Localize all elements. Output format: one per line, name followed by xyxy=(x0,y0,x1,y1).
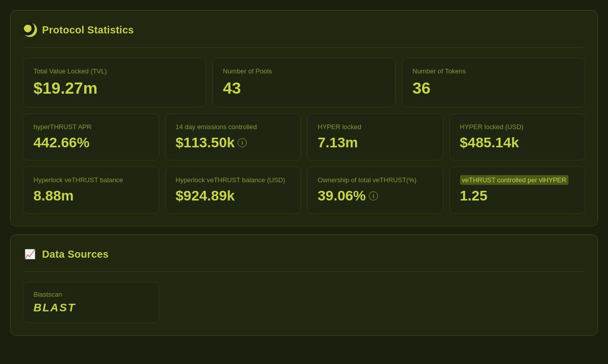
stat-label-pools: Number of Pools xyxy=(223,67,385,75)
stat-card-pools: Number of Pools 43 xyxy=(212,58,396,107)
stat-label-ownership: Ownership of total veTHRUST(%) xyxy=(318,176,433,184)
chart-icon: 📈 xyxy=(23,247,37,261)
stat-card-apr: hyperTHRUST APR 442.66% xyxy=(23,113,159,160)
data-sources-title: Data Sources xyxy=(42,249,108,260)
page-wrapper: Protocol Statistics Total Value Locked (… xyxy=(10,10,598,336)
stat-value-tvl: $19.27m xyxy=(33,79,196,98)
emissions-info-icon[interactable]: i xyxy=(238,138,247,147)
data-sources-divider xyxy=(23,271,585,272)
protocol-icon xyxy=(23,23,37,37)
stat-label-emissions: 14 day emissions controlled xyxy=(176,123,291,131)
blast-logo: BLAST xyxy=(33,301,148,314)
stat-value-hyper-locked: 7.13m xyxy=(318,135,433,151)
ownership-info-icon[interactable]: i xyxy=(369,191,378,200)
stat-card-ownership: Ownership of total veTHRUST(%) 39.06% i xyxy=(307,167,443,214)
stat-label-vethrust-balance-usd: Hyperlock veTHRUST balance (USD) xyxy=(176,176,291,184)
stat-value-apr: 442.66% xyxy=(33,135,148,151)
stats-row-2: hyperTHRUST APR 442.66% 14 day emissions… xyxy=(23,113,585,160)
data-sources-header: 📈 Data Sources xyxy=(23,247,585,261)
data-sources-section: 📈 Data Sources Blastscan BLAST xyxy=(10,234,598,336)
stat-value-emissions: $113.50k i xyxy=(176,135,291,151)
stat-label-tvl: Total Value Locked (TVL) xyxy=(33,67,196,75)
stat-card-emissions: 14 day emissions controlled $113.50k i xyxy=(165,113,301,160)
protocol-section-header: Protocol Statistics xyxy=(23,23,585,37)
stat-card-tvl: Total Value Locked (TVL) $19.27m xyxy=(23,58,206,107)
stat-value-tokens: 36 xyxy=(412,79,575,98)
stats-row-1: Total Value Locked (TVL) $19.27m Number … xyxy=(23,58,585,107)
source-label-blastscan: Blastscan xyxy=(33,291,148,298)
stat-label-vethrust-per-vlhyper: veTHRUST controlled per vlHYPER xyxy=(460,176,575,184)
stat-label-vethrust-balance: Hyperlock veTHRUST balance xyxy=(33,176,148,184)
data-sources-grid: Blastscan BLAST xyxy=(23,282,585,323)
stat-card-hyper-locked: HYPER locked 7.13m xyxy=(307,113,443,160)
protocol-statistics-section: Protocol Statistics Total Value Locked (… xyxy=(10,10,598,226)
stat-label-hyper-locked-usd: HYPER locked (USD) xyxy=(460,123,575,131)
stat-card-vethrust-balance-usd: Hyperlock veTHRUST balance (USD) $924.89… xyxy=(165,167,301,214)
section-divider xyxy=(23,47,585,48)
stat-card-hyper-locked-usd: HYPER locked (USD) $485.14k xyxy=(449,113,586,160)
highlighted-label-vethrust: veTHRUST controlled per vlHYPER xyxy=(460,175,568,185)
stat-value-hyper-locked-usd: $485.14k xyxy=(460,135,575,151)
stat-label-apr: hyperTHRUST APR xyxy=(33,123,148,131)
stat-label-hyper-locked: HYPER locked xyxy=(318,123,433,131)
stat-value-vethrust-balance: 8.88m xyxy=(33,188,148,204)
stat-label-tokens: Number of Tokens xyxy=(412,67,575,75)
source-card-blastscan[interactable]: Blastscan BLAST xyxy=(23,282,159,323)
stat-value-vethrust-per-vlhyper: 1.25 xyxy=(460,188,575,204)
protocol-section-title: Protocol Statistics xyxy=(42,24,134,36)
stat-value-pools: 43 xyxy=(223,79,385,98)
stat-card-vethrust-per-vlhyper: veTHRUST controlled per vlHYPER 1.25 xyxy=(449,167,586,214)
stat-card-tokens: Number of Tokens 36 xyxy=(402,58,585,107)
stats-row-3: Hyperlock veTHRUST balance 8.88m Hyperlo… xyxy=(23,167,585,214)
stat-card-vethrust-balance: Hyperlock veTHRUST balance 8.88m xyxy=(23,167,159,214)
stat-value-vethrust-balance-usd: $924.89k xyxy=(176,188,291,204)
stat-value-ownership: 39.06% i xyxy=(318,188,433,204)
